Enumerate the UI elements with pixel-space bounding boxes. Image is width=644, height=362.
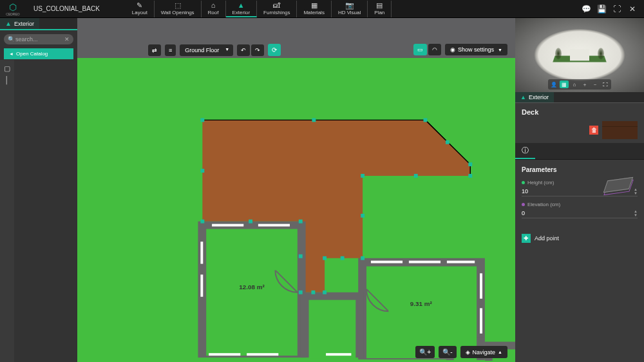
materials-icon: ▦ bbox=[311, 2, 317, 9]
chat-icon[interactable]: 💬 bbox=[581, 4, 591, 14]
view-mode-2[interactable]: ◠ bbox=[428, 44, 441, 55]
svg-rect-27 bbox=[323, 256, 327, 260]
svg-rect-6 bbox=[258, 224, 290, 227]
nav-wall-openings[interactable]: ⬚Wall Openings bbox=[155, 1, 202, 17]
camera-icon: 📷 bbox=[345, 2, 354, 9]
pv-home-icon[interactable]: ⌂ bbox=[570, 81, 579, 88]
detail-tabs: ⓘ bbox=[515, 143, 644, 160]
svg-rect-23 bbox=[468, 162, 472, 166]
nav-materials[interactable]: ▦Materials bbox=[297, 1, 331, 17]
header-actions: 💬 💾 ⛶ ✕ bbox=[581, 4, 644, 14]
elevation-stepper[interactable]: ▲▼ bbox=[634, 209, 638, 217]
height-input[interactable] bbox=[522, 187, 560, 196]
main-nav: ✎Layout ⬚Wall Openings ⌂Roof ▲Exterior 🛋… bbox=[126, 1, 392, 17]
roof-icon: ⌂ bbox=[211, 2, 216, 9]
pv-orbit-icon[interactable]: ▦ bbox=[560, 81, 569, 88]
floor-selector[interactable]: Ground Floor bbox=[180, 44, 233, 56]
svg-rect-8 bbox=[200, 274, 203, 296]
furnishings-icon: 🛋 bbox=[273, 2, 280, 9]
open-catalog-button[interactable]: Open Catalog bbox=[4, 48, 73, 59]
exterior-icon: ▲ bbox=[238, 2, 245, 9]
nav-roof[interactable]: ⌂Roof bbox=[202, 1, 226, 17]
svg-rect-19 bbox=[200, 118, 204, 122]
nav-furnishings[interactable]: 🛋Furnishings bbox=[257, 1, 297, 17]
shape-preview bbox=[605, 179, 634, 198]
svg-rect-34 bbox=[361, 214, 365, 218]
floor-controls: ⇄ ≡ Ground Floor ↶ ↷ ⟳ bbox=[148, 44, 281, 56]
right-view-controls: ▭ ◠ Show settings bbox=[413, 44, 507, 55]
app-header: ⬡ CEDREO US_COLONIAL_BACK ✎Layout ⬚Wall … bbox=[0, 0, 644, 18]
preview-3d[interactable]: 👤 ▦ ⌂ ＋ － ⛶ bbox=[515, 18, 644, 92]
nav-hd-visual[interactable]: 📷HD Visual bbox=[332, 1, 368, 17]
pv-expand-icon[interactable]: ⛶ bbox=[601, 81, 610, 88]
svg-rect-32 bbox=[200, 169, 204, 173]
add-point-button[interactable]: ✚ Add point bbox=[522, 234, 638, 243]
search-icon: 🔍 bbox=[8, 36, 15, 43]
undo-button[interactable]: ↶ bbox=[237, 44, 250, 56]
right-panel: 👤 ▦ ⌂ ＋ － ⛶ ▲ Exterior Deck 🗑 ⓘ Paramete… bbox=[515, 18, 644, 362]
nav-plan[interactable]: ▤Plan bbox=[368, 1, 392, 17]
svg-rect-12 bbox=[480, 273, 482, 298]
parameters-title: Parameters bbox=[522, 166, 638, 173]
svg-rect-28 bbox=[323, 291, 327, 294]
svg-rect-5 bbox=[212, 224, 243, 227]
floor-list-button[interactable]: ≡ bbox=[165, 44, 176, 56]
nav-layout[interactable]: ✎Layout bbox=[126, 1, 155, 17]
exterior-tab-icon: ▲ bbox=[5, 20, 12, 27]
elevation-dot-icon bbox=[522, 203, 525, 206]
clear-search-icon[interactable]: ✕ bbox=[64, 36, 70, 43]
tool-square-icon[interactable]: ▢ bbox=[3, 64, 12, 73]
svg-rect-31 bbox=[200, 220, 204, 224]
svg-rect-36 bbox=[311, 291, 315, 294]
svg-rect-15 bbox=[247, 353, 278, 356]
room-1-label: 12.08 m² bbox=[239, 283, 265, 291]
svg-rect-10 bbox=[409, 261, 440, 263]
close-icon[interactable]: ✕ bbox=[627, 4, 638, 14]
zoom-out-button[interactable]: 🔍- bbox=[439, 346, 456, 358]
parameters-section: Parameters Height (cm) ▲▼ Elevation (cm)… bbox=[515, 160, 644, 230]
refresh-button[interactable]: ⟳ bbox=[268, 44, 281, 56]
nav-exterior[interactable]: ▲Exterior bbox=[226, 1, 258, 17]
svg-rect-21 bbox=[424, 118, 428, 122]
material-row: 🗑 bbox=[515, 121, 644, 143]
svg-rect-33 bbox=[414, 174, 418, 178]
delete-material-button[interactable]: 🗑 bbox=[589, 126, 598, 135]
svg-rect-35 bbox=[341, 256, 345, 260]
sidebar-tab-label: Exterior bbox=[14, 21, 34, 27]
wall-icon: ⬚ bbox=[175, 2, 181, 9]
svg-rect-22 bbox=[446, 140, 450, 144]
bottom-right-controls: 🔍+ 🔍- Navigate bbox=[415, 346, 507, 358]
fullscreen-icon[interactable]: ⛶ bbox=[612, 4, 622, 14]
pv-zoom-in-icon[interactable]: ＋ bbox=[580, 81, 589, 88]
tool-line-icon[interactable]: │ bbox=[3, 75, 12, 84]
svg-rect-9 bbox=[371, 261, 402, 263]
corridor[interactable] bbox=[309, 300, 356, 358]
room-2[interactable] bbox=[366, 267, 477, 359]
save-icon[interactable]: 💾 bbox=[596, 4, 607, 14]
info-tab[interactable]: ⓘ bbox=[515, 143, 535, 159]
view-mode-1[interactable]: ▭ bbox=[413, 44, 427, 55]
room-1[interactable] bbox=[206, 229, 298, 356]
swap-floor-button[interactable]: ⇄ bbox=[148, 44, 161, 56]
sidebar-tab-exterior[interactable]: ▲ Exterior bbox=[0, 18, 39, 29]
svg-rect-24 bbox=[468, 174, 472, 178]
svg-rect-26 bbox=[361, 256, 365, 260]
panel-tab-exterior[interactable]: ▲ Exterior bbox=[515, 92, 554, 102]
preview-controls: 👤 ▦ ⌂ ＋ － ⛶ bbox=[548, 79, 611, 90]
elevation-input[interactable] bbox=[522, 209, 560, 218]
logo[interactable]: ⬡ CEDREO bbox=[0, 1, 26, 17]
zoom-in-button[interactable]: 🔍+ bbox=[415, 346, 435, 358]
material-swatch[interactable] bbox=[602, 121, 638, 139]
redo-button[interactable]: ↷ bbox=[251, 44, 264, 56]
height-dot-icon bbox=[522, 181, 525, 184]
navigate-button[interactable]: Navigate bbox=[460, 346, 507, 358]
svg-rect-30 bbox=[299, 220, 303, 224]
sidebar-tab-header: ▲ Exterior bbox=[0, 18, 77, 30]
tool-strip: ▢ │ bbox=[0, 60, 14, 362]
pv-person-icon[interactable]: 👤 bbox=[549, 81, 558, 88]
show-settings-button[interactable]: Show settings bbox=[445, 44, 507, 55]
svg-rect-29 bbox=[299, 291, 303, 294]
pv-zoom-out-icon[interactable]: － bbox=[591, 81, 600, 88]
param-elevation: Elevation (cm) ▲▼ bbox=[522, 202, 638, 218]
svg-rect-7 bbox=[200, 242, 203, 263]
